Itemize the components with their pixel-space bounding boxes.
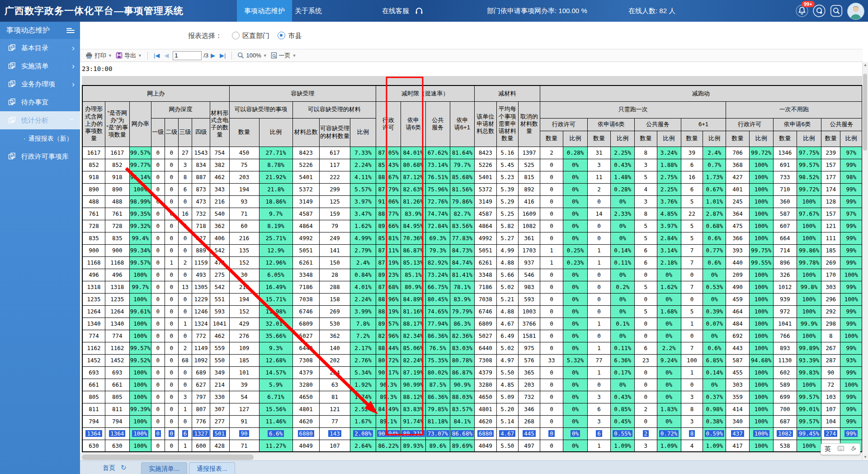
table-cell[interactable]: 890 (82, 183, 105, 195)
table-cell[interactable]: 774 (82, 330, 105, 342)
table-cell[interactable]: 75.35% (425, 354, 450, 366)
table-cell[interactable]: 99.9% (797, 318, 821, 330)
table-cell[interactable]: 100% (129, 318, 151, 330)
table-cell[interactable]: 0 (165, 354, 178, 366)
table-cell[interactable]: 349 (210, 366, 229, 379)
table-cell[interactable]: 100% (749, 159, 773, 171)
export-button[interactable]: 导出 ▼ (116, 52, 142, 60)
table-cell[interactable]: 15.56% (259, 403, 292, 415)
table-cell[interactable]: 450 (229, 147, 259, 159)
table-cell[interactable]: 4.67 (496, 318, 519, 330)
table-cell[interactable]: 0 (681, 330, 703, 342)
table-cell[interactable]: 1.68% (657, 305, 681, 318)
table-cell[interactable]: 86.3% (450, 318, 474, 330)
table-cell[interactable]: 89.57% (376, 318, 401, 330)
table-cell[interactable]: 5.45 (496, 159, 519, 171)
table-cell[interactable]: 82.24% (401, 354, 425, 366)
table-row[interactable]: 890890100%00687334319421.8%53722995.57%8… (82, 183, 862, 195)
table-cell[interactable]: 445 (519, 427, 540, 440)
table-cell[interactable]: 0 (178, 366, 192, 379)
table-cell[interactable]: 540 (210, 208, 229, 220)
table-cell[interactable]: 274 (821, 427, 840, 440)
table-cell[interactable]: 0% (703, 269, 726, 281)
table-cell[interactable]: 4379 (292, 366, 319, 379)
table-cell[interactable]: 87.11% (376, 244, 401, 256)
table-cell[interactable]: 330 (210, 391, 229, 403)
table-cell[interactable]: 0.11% (611, 342, 635, 354)
table-cell[interactable]: 1.92% (350, 379, 376, 391)
table-cell[interactable]: 77 (319, 415, 350, 427)
table-cell[interactable]: 5 (681, 220, 703, 232)
table-cell[interactable]: 4587 (292, 208, 319, 220)
table-cell[interactable]: 459 (726, 293, 749, 305)
table-cell[interactable]: 1452 (82, 354, 105, 366)
table-cell[interactable]: 1.09% (703, 440, 726, 452)
table-cell[interactable]: 1.73% (703, 171, 726, 183)
table-cell[interactable]: 602 (773, 366, 797, 379)
table-cell[interactable]: 94.68% (749, 354, 773, 366)
table-cell[interactable]: 0 (540, 415, 563, 427)
table-cell[interactable]: 5 (681, 232, 703, 244)
table-cell[interactable]: 100% (749, 440, 773, 452)
table-cell[interactable]: 99.57% (129, 342, 151, 354)
table-cell[interactable]: 0% (611, 195, 635, 208)
table-cell[interactable]: 30 (229, 269, 259, 281)
table-cell[interactable]: 807 (192, 403, 210, 415)
table-cell[interactable]: 0.25% (563, 244, 588, 256)
table-cell[interactable]: 5 (635, 281, 657, 293)
table-cell[interactable]: 975 (519, 342, 540, 354)
table-cell[interactable]: 11.46% (259, 415, 292, 427)
table-cell[interactable]: 1.01% (703, 195, 726, 208)
table-cell[interactable]: 1397 (519, 147, 540, 159)
table-cell[interactable]: 185 (821, 244, 840, 256)
table-cell[interactable]: 6.05% (259, 269, 292, 281)
table-cell[interactable]: 3 (635, 195, 657, 208)
table-cell[interactable]: 35.66% (259, 330, 292, 342)
print-button[interactable]: 打印 ▼ (85, 52, 112, 60)
table-cell[interactable]: 4.01% (350, 281, 376, 293)
table-cell[interactable]: 88.96% (376, 293, 401, 305)
table-cell[interactable]: 216 (210, 195, 229, 208)
table-cell[interactable]: 99% (840, 281, 862, 293)
table-cell[interactable]: 496 (82, 269, 105, 281)
table-cell[interactable]: 464 (726, 305, 749, 318)
table-cell[interactable]: 100% (797, 269, 821, 281)
table-cell[interactable]: 100% (749, 403, 773, 415)
table-cell[interactable]: 0% (657, 366, 681, 379)
table-row[interactable]: 83583599.4%00082740621625.71%49922494.99… (82, 232, 862, 244)
table-cell[interactable]: 66.75% (425, 281, 450, 293)
table-cell[interactable]: 5.34% (350, 366, 376, 379)
table-cell[interactable]: 89.6% (425, 440, 450, 452)
table-row[interactable]: 76176199.35%0016732540719.7%45871593.47%… (82, 208, 862, 220)
table-cell[interactable]: 0 (165, 403, 178, 415)
table-cell[interactable]: 0 (165, 293, 178, 305)
table-cell[interactable]: 3 (635, 159, 657, 171)
table-cell[interactable]: 0.68% (703, 220, 726, 232)
tab-report-new[interactable]: 通报报表... (189, 462, 235, 474)
table-cell[interactable]: 0.85% (611, 403, 635, 415)
table-cell[interactable]: 525 (519, 159, 540, 171)
table-cell[interactable]: 0 (540, 293, 563, 305)
table-cell[interactable]: 99% (840, 220, 862, 232)
table-cell[interactable]: 140 (319, 342, 350, 354)
table-cell[interactable]: 100% (749, 318, 773, 330)
table-cell[interactable]: 805 (105, 391, 129, 403)
table-cell[interactable]: 362 (319, 330, 350, 342)
table-cell[interactable]: 0% (563, 159, 588, 171)
table-cell[interactable]: 0 (151, 366, 165, 379)
table-cell[interactable]: 100% (129, 366, 151, 379)
table-cell[interactable]: 1.83% (657, 403, 681, 415)
table-cell[interactable]: 1264 (82, 305, 105, 318)
table-cell[interactable]: 382 (210, 159, 229, 171)
table-cell[interactable]: 0% (563, 171, 588, 183)
table-cell[interactable]: 4.88 (496, 305, 519, 318)
table-cell[interactable]: 1.62% (350, 220, 376, 232)
table-cell[interactable]: 288 (319, 281, 350, 293)
table-cell[interactable]: 6.71% (259, 391, 292, 403)
table-cell[interactable]: 0.98% (703, 403, 726, 415)
table-cell[interactable]: 98% (840, 171, 862, 183)
table-row[interactable]: 12351235100%000122955119415.71%70381582.… (82, 293, 862, 305)
table-cell[interactable]: 0.43% (611, 391, 635, 403)
table-cell[interactable]: 1364 (105, 427, 129, 440)
sidebar-item-6[interactable]: 行政许可事项库 (0, 147, 80, 166)
